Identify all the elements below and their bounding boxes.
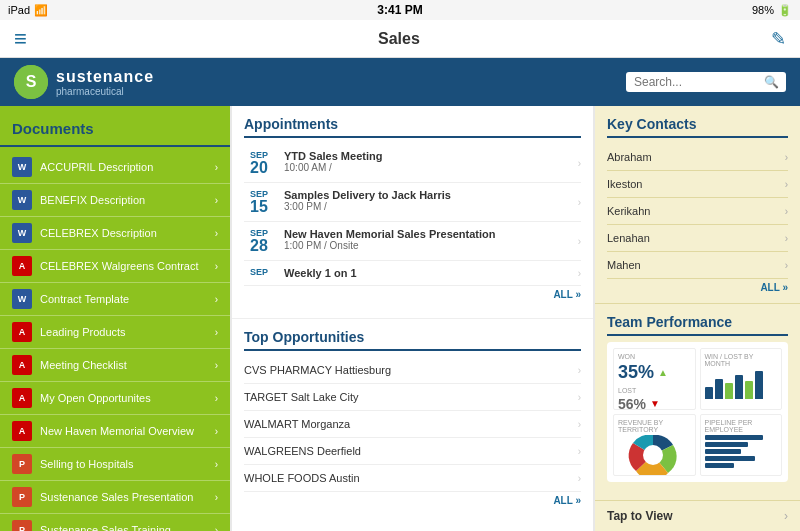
appointment-item[interactable]: SEP 15 Samples Delivery to Jack Harris 3…: [244, 183, 581, 222]
revenue-label: REVENUE BY TERRITORY: [618, 419, 691, 433]
opp-label: TARGET Salt Lake City: [244, 391, 578, 403]
middle-panel: Appointments SEP 20 YTD Sales Meeting 10…: [232, 106, 593, 531]
doc-type-icon: A: [12, 256, 32, 276]
bar-2: [715, 379, 723, 399]
contact-label: Mahen: [607, 259, 785, 271]
hbar-3: [705, 449, 741, 454]
bar-5: [745, 381, 753, 399]
doc-type-icon: W: [12, 223, 32, 243]
document-item[interactable]: W ACCUPRIL Description ›: [0, 151, 230, 184]
pencil-icon[interactable]: ✎: [771, 28, 786, 50]
appt-title: New Haven Memorial Sales Presentation: [284, 228, 578, 240]
pipeline-cell: PIPELINE PER EMPLOYEE: [700, 414, 783, 476]
contacts-all-row: ALL »: [607, 279, 788, 296]
contact-item[interactable]: Lenahan ›: [607, 225, 788, 252]
brand-header: S sustenance pharmaceutical 🔍: [0, 58, 800, 106]
lost-arrow-icon: ▼: [650, 398, 660, 409]
doc-label: ACCUPRIL Description: [40, 161, 215, 173]
hbar-4: [705, 456, 756, 461]
lost-num-row: 56% ▼: [618, 396, 691, 410]
document-item[interactable]: A My Open Opportunites ›: [0, 382, 230, 415]
tap-to-view[interactable]: Tap to View ›: [595, 500, 800, 531]
document-item[interactable]: W BENEFIX Description ›: [0, 184, 230, 217]
bar-4: [735, 375, 743, 399]
document-item[interactable]: P Sustenance Sales Training ›: [0, 514, 230, 531]
appt-arrow-icon: ›: [578, 236, 581, 247]
appointments-divider: [244, 136, 581, 138]
document-item[interactable]: W CELEBREX Description ›: [0, 217, 230, 250]
opp-label: WHOLE FOODS Austin: [244, 472, 578, 484]
appointment-item[interactable]: SEP 20 YTD Sales Meeting 10:00 AM / ›: [244, 144, 581, 183]
document-item[interactable]: P Sustenance Sales Presentation ›: [0, 481, 230, 514]
appt-time: 1:00 PM / Onsite: [284, 240, 578, 251]
doc-label: Meeting Checklist: [40, 359, 215, 371]
opportunity-item[interactable]: WHOLE FOODS Austin ›: [244, 465, 581, 492]
appt-arrow-icon: ›: [578, 268, 581, 279]
doc-label: CELEBREX Description: [40, 227, 215, 239]
doc-type-icon: W: [12, 190, 32, 210]
battery-icon: 🔋: [778, 4, 792, 17]
pipeline-label: PIPELINE PER EMPLOYEE: [705, 419, 778, 433]
doc-arrow-icon: ›: [215, 162, 218, 173]
contact-arrow-icon: ›: [785, 179, 788, 190]
appt-info: New Haven Memorial Sales Presentation 1:…: [284, 228, 578, 251]
doc-type-icon: P: [12, 520, 32, 531]
doc-label: Leading Products: [40, 326, 215, 338]
document-item[interactable]: A CELEBREX Walgreens Contract ›: [0, 250, 230, 283]
appt-time: 10:00 AM /: [284, 162, 578, 173]
contact-label: Kerikahn: [607, 205, 785, 217]
opportunities-section: Top Opportunities CVS PHARMACY Hattiesbu…: [232, 319, 593, 531]
appt-info: YTD Sales Meeting 10:00 AM /: [284, 150, 578, 173]
appointments-all-row: ALL »: [244, 286, 581, 303]
contact-item[interactable]: Ikeston ›: [607, 171, 788, 198]
document-item[interactable]: W Contract Template ›: [0, 283, 230, 316]
appt-day: 28: [244, 238, 274, 254]
document-item[interactable]: A Meeting Checklist ›: [0, 349, 230, 382]
opportunity-item[interactable]: WALGREENS Deerfield ›: [244, 438, 581, 465]
contacts-all-link[interactable]: ALL »: [760, 282, 788, 293]
opportunity-item[interactable]: WALMART Morganza ›: [244, 411, 581, 438]
appointment-item[interactable]: SEP 28 New Haven Memorial Sales Presenta…: [244, 222, 581, 261]
contact-item[interactable]: Mahen ›: [607, 252, 788, 279]
appt-date: SEP 20: [244, 150, 274, 176]
team-performance-card: WON 35% ▲ LOST 56% ▼ WIN / LOST BY: [607, 342, 788, 482]
page-title: Sales: [378, 30, 420, 48]
status-left: iPad 📶: [8, 4, 48, 17]
contact-item[interactable]: Kerikahn ›: [607, 198, 788, 225]
team-performance-divider: [607, 334, 788, 336]
appointments-all-link[interactable]: ALL »: [553, 289, 581, 300]
document-item[interactable]: A New Haven Memorial Overview ›: [0, 415, 230, 448]
search-input[interactable]: [634, 75, 764, 89]
opportunity-item[interactable]: TARGET Salt Lake City ›: [244, 384, 581, 411]
opp-label: CVS PHARMACY Hattiesburg: [244, 364, 578, 376]
hamburger-icon[interactable]: ≡: [14, 28, 27, 50]
wifi-icon: 📶: [34, 4, 48, 17]
brand-name: sustenance: [56, 68, 154, 86]
contact-item[interactable]: Abraham ›: [607, 144, 788, 171]
search-box[interactable]: 🔍: [626, 72, 786, 92]
appt-day: 20: [244, 160, 274, 176]
opp-arrow-icon: ›: [578, 392, 581, 403]
appt-title: YTD Sales Meeting: [284, 150, 578, 162]
opportunities-all-link[interactable]: ALL »: [553, 495, 581, 506]
opp-arrow-icon: ›: [578, 365, 581, 376]
lost-value: 56%: [618, 396, 646, 410]
document-item[interactable]: A Leading Products ›: [0, 316, 230, 349]
doc-arrow-icon: ›: [215, 525, 218, 532]
contact-arrow-icon: ›: [785, 152, 788, 163]
opportunity-item[interactable]: CVS PHARMACY Hattiesburg ›: [244, 357, 581, 384]
team-performance-title: Team Performance: [607, 314, 788, 330]
status-time: 3:41 PM: [377, 3, 422, 17]
status-bar: iPad 📶 3:41 PM 98% 🔋: [0, 0, 800, 20]
contact-label: Lenahan: [607, 232, 785, 244]
hbar-2: [705, 442, 749, 447]
document-item[interactable]: P Selling to Hospitals ›: [0, 448, 230, 481]
appointment-item[interactable]: SEP Weekly 1 on 1 ›: [244, 261, 581, 286]
doc-arrow-icon: ›: [215, 261, 218, 272]
documents-panel: Documents W ACCUPRIL Description › W BEN…: [0, 106, 230, 531]
right-panel: Key Contacts Abraham › Ikeston › Kerikah…: [595, 106, 800, 531]
appt-info: Samples Delivery to Jack Harris 3:00 PM …: [284, 189, 578, 212]
doc-arrow-icon: ›: [215, 459, 218, 470]
doc-arrow-icon: ›: [215, 228, 218, 239]
doc-arrow-icon: ›: [215, 360, 218, 371]
